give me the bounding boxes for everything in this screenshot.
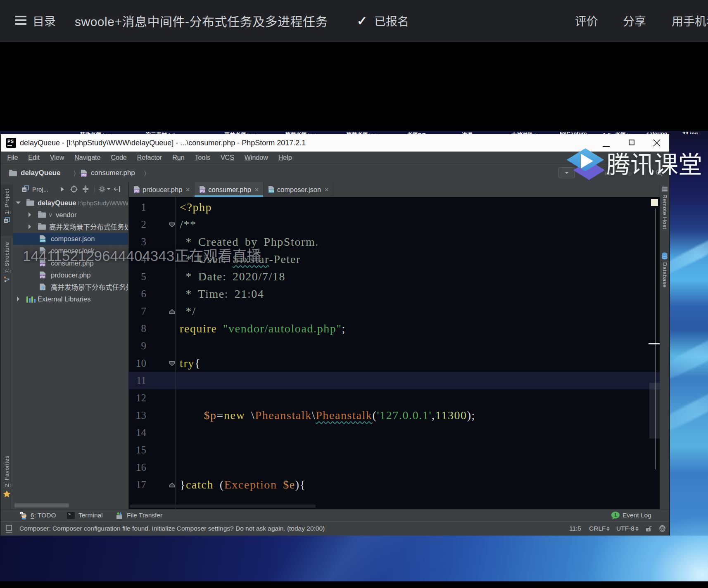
line-number: 13 (129, 407, 146, 424)
tree-row[interactable]: 高并发场景下分布式任务处理 (13, 220, 128, 232)
tree-collapsed-arrow-icon[interactable] (29, 224, 33, 229)
lock-icon[interactable] (645, 525, 652, 532)
phpstorm-logo-icon: PS (6, 138, 16, 148)
locate-icon[interactable] (70, 185, 78, 193)
desktop-icon-label[interactable]: 莓莓老师.jpg (346, 130, 377, 134)
menu-code[interactable]: Code (106, 152, 132, 164)
menu-help[interactable]: Help (273, 152, 297, 164)
tree-item-label: 高并发场景下分布式任务处理 (49, 222, 128, 232)
menu-run[interactable]: Run (167, 152, 190, 164)
tree-horizontal-scrollbar[interactable] (14, 503, 69, 507)
menu-edit[interactable]: Edit (23, 152, 45, 164)
caret-position-widget[interactable]: 11:5 (569, 525, 581, 532)
php-file-icon: php (81, 170, 87, 177)
status-message[interactable]: Composer: Composer configuration file fo… (19, 525, 325, 532)
editor-horizontal-scrollbar[interactable] (130, 505, 316, 508)
tool-stripe-structure-label: 7: Structure (4, 242, 10, 273)
code-text: require "vendor/autoload.php"; (180, 320, 346, 337)
menu-navigate[interactable]: Navigate (69, 152, 106, 164)
tool-stripe-project[interactable]: 1: Project (1, 189, 13, 223)
tab-close-icon[interactable]: ✕ (185, 187, 190, 193)
tab-close-icon[interactable]: ✕ (254, 187, 259, 193)
tab-prdoucer.php[interactable]: phpprdoucer.php✕ (129, 182, 195, 197)
todo-button[interactable]: 6: TODO (31, 512, 56, 519)
tab-composer.json[interactable]: JSONcomposer.json✕ (264, 182, 333, 197)
file-transfer-button[interactable]: File Transfer (127, 512, 162, 519)
desktop-icon-label[interactable]: FSCapture (560, 130, 587, 134)
event-log-button[interactable]: Event Log (622, 512, 651, 519)
inspection-profile-icon[interactable] (658, 524, 666, 533)
menu-window[interactable]: Window (239, 152, 273, 164)
code-line-6: 6 * Time: 21:04 (129, 285, 660, 303)
menu-vcs[interactable]: VCS (215, 152, 239, 164)
tree-row[interactable]: delayQueue I:\phpStudy\WWW\delayQueue (13, 197, 128, 209)
desktop-icon-label[interactable]: 莓莓老师.jpg (285, 130, 316, 134)
player-action-3[interactable]: 用手机看 (672, 12, 708, 29)
player-action-1[interactable]: 评价 (575, 12, 598, 29)
tool-window-toggle-icon[interactable] (6, 525, 12, 531)
breadcrumb-project[interactable]: delayQueue (21, 169, 60, 177)
menu-refactor[interactable]: Refactor (132, 152, 167, 164)
desktop-icon-label[interactable]: catering (646, 130, 668, 134)
inspection-status-icon[interactable] (651, 199, 658, 206)
tree-collapsed-arrow-icon[interactable] (17, 296, 22, 301)
desktop-icon-label[interactable]: A.llw老师.jp (602, 130, 632, 134)
tool-stripe-database[interactable]: Database (660, 252, 669, 288)
svg-text:1: 1 (614, 512, 617, 517)
tree-row[interactable]: ∨vendor (13, 209, 128, 220)
fold-marker-open-icon[interactable] (169, 360, 176, 367)
course-title: swoole+消息中间件-分布式任务及多进程任务 (75, 12, 328, 30)
line-separator-widget[interactable]: CRLF (589, 525, 610, 533)
tree-row[interactable]: phpprdoucer.php (13, 269, 128, 281)
fold-marker-open-icon[interactable] (169, 221, 176, 228)
player-action-2[interactable]: 分享 (623, 12, 646, 29)
settings-gear-icon[interactable] (98, 185, 106, 193)
menu-tools[interactable]: Tools (190, 152, 215, 164)
tencent-classroom-logo-icon (568, 145, 607, 184)
folder-icon (26, 200, 34, 205)
tool-stripe-structure[interactable]: 7: Structure (1, 242, 13, 282)
terminal-button[interactable]: Terminal (78, 512, 103, 519)
tree-item-label: prdoucer.php (51, 271, 90, 279)
menu-hamburger-icon[interactable] (15, 16, 26, 25)
right-tool-stripe: Remote Host Database (660, 182, 669, 509)
line-number: 15 (129, 441, 146, 459)
tool-stripe-favorites-label: 2: Favorites (4, 455, 10, 487)
tool-stripe-database-label: Database (662, 262, 668, 288)
tool-stripe-favorites[interactable]: 2: Favorites (1, 455, 13, 498)
tree-row[interactable]: External Libraries (13, 293, 128, 305)
breadcrumb-separator-icon: 〉 (74, 169, 78, 178)
tool-stripe-remote-host[interactable]: Remote Host (660, 186, 669, 229)
tree-collapsed-arrow-icon[interactable] (29, 212, 33, 217)
breadcrumb-file[interactable]: consumer.php (91, 169, 135, 177)
menu-view[interactable]: View (45, 152, 69, 164)
tree-row[interactable]: ?高并发场景下分布式任务处理 (13, 281, 128, 293)
project-panel-header[interactable]: Proj... (13, 182, 128, 196)
unknown-file-icon: ? (40, 283, 45, 290)
tab-close-icon[interactable]: ✕ (324, 187, 329, 193)
menu-file[interactable]: File (2, 152, 23, 164)
desktop-icon-label[interactable]: 大神进阶.jp (511, 130, 539, 134)
toc-button[interactable]: 目录 (33, 12, 56, 29)
code-text: /** (180, 216, 197, 233)
expand-icon[interactable] (60, 187, 65, 192)
desktop-icon-label[interactable]: 老师QQ (407, 130, 426, 134)
tree-row[interactable]: JSONcomposer.json (13, 233, 128, 245)
scrollbar-thumb[interactable] (649, 383, 660, 439)
encoding-widget[interactable]: UTF-8 (616, 525, 639, 533)
line-number: 2 (129, 216, 146, 233)
fold-marker-close-icon[interactable] (169, 308, 176, 315)
tab-consumer.php[interactable]: phpconsumer.php✕ (195, 182, 264, 197)
fold-marker-close-icon[interactable] (169, 481, 176, 488)
desktop-icon-label[interactable]: 苹并老师.jpg (224, 130, 255, 134)
desktop-icon-label[interactable]: 演示素材.txt (145, 130, 175, 134)
tree-expanded-arrow-icon[interactable] (16, 202, 21, 206)
desktop-icon-label[interactable]: 苹散老师.jpg (80, 130, 111, 134)
left-tool-stripe: 1: Project 7: Structure 2: Favorites (1, 182, 13, 509)
screenshot-stage: 目录 swoole+消息中间件-分布式任务及多进程任务 ✓ 已报名 评价分享用手… (0, 0, 708, 588)
desktop-icon-label[interactable]: 33.jpg (682, 130, 698, 134)
collapse-all-icon[interactable] (82, 185, 89, 193)
hide-panel-icon[interactable] (114, 185, 121, 193)
code-line-16: 16 (129, 459, 660, 476)
desktop-icon-label[interactable]: 进课 (462, 130, 473, 134)
